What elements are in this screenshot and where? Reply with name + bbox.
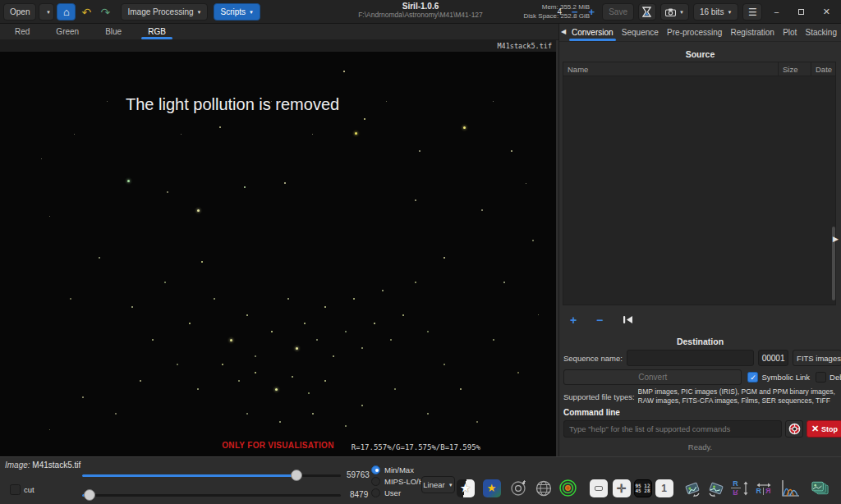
half-star-icon: ★: [457, 479, 475, 497]
slider-handle[interactable]: [291, 470, 302, 481]
add-files-button[interactable]: +: [566, 311, 581, 328]
tab-pre-processing[interactable]: Pre-processing: [664, 24, 724, 41]
stop-button[interactable]: ✕ Stop: [807, 420, 841, 438]
star: [244, 186, 246, 188]
home-button[interactable]: ⌂: [57, 3, 76, 21]
column-date[interactable]: Date: [811, 62, 835, 76]
star: [312, 134, 313, 135]
image-stack-icon: [810, 479, 830, 498]
open-button[interactable]: Open: [3, 3, 36, 21]
tab-sequence[interactable]: Sequence: [619, 24, 661, 41]
star: [427, 413, 429, 415]
unchecked-checkbox-icon: [816, 372, 826, 383]
image-processing-button[interactable]: Image Processing▼: [121, 3, 208, 21]
remove-files-button[interactable]: −: [592, 311, 607, 328]
slider-handle[interactable]: [84, 489, 95, 501]
rotate-right-button[interactable]: [705, 478, 726, 498]
tab-red[interactable]: Red: [2, 24, 43, 39]
panel-expander-icon[interactable]: ▶: [833, 235, 839, 243]
debayer-checkbox[interactable]: Debayer: [816, 372, 841, 383]
radio-minmax[interactable]: Min/Max: [371, 464, 426, 475]
star: [127, 180, 130, 182]
pixel-values-button[interactable]: 95 1245 28: [632, 478, 653, 498]
display-mode-dropdown[interactable]: Linear ▼: [421, 476, 455, 493]
star: [333, 355, 334, 357]
star: [246, 413, 248, 415]
tab-conversion[interactable]: Conversion: [569, 24, 616, 41]
cut-checkbox[interactable]: cut: [10, 484, 34, 495]
flip-horizontal-button[interactable]: RR: [753, 478, 774, 498]
tab-scroll-left-icon[interactable]: ◀: [561, 28, 566, 35]
tab-rgb[interactable]: RGB: [135, 24, 179, 39]
radio-user[interactable]: User: [371, 487, 426, 498]
star: [353, 298, 355, 300]
radio-mips[interactable]: MIPS-LO/HI: [371, 475, 426, 487]
convert-button[interactable]: Convert: [563, 369, 742, 385]
tab-blue[interactable]: Blue: [92, 24, 135, 39]
sequence-counter-input[interactable]: [758, 350, 788, 366]
close-button[interactable]: ✕: [816, 3, 838, 21]
maximize-button[interactable]: [791, 3, 811, 21]
zoom-out-button[interactable]: −: [568, 6, 581, 18]
star: [296, 347, 298, 350]
flip-vertical-button[interactable]: RR: [729, 478, 750, 498]
photometry-button[interactable]: [558, 478, 578, 498]
flip-vertical-icon: [742, 480, 749, 497]
zoom-in-button[interactable]: +: [586, 6, 599, 18]
snapshot-button[interactable]: ▼: [660, 3, 689, 21]
output-format-dropdown[interactable]: FITS images ▼: [793, 350, 841, 366]
source-file-table[interactable]: Name Size Date: [563, 62, 836, 305]
star: [324, 380, 326, 382]
zoom-value: 4: [554, 7, 564, 16]
chevron-down-icon: ▼: [727, 10, 732, 15]
histogram-button[interactable]: [780, 478, 801, 498]
star: [386, 101, 387, 102]
radio-icon: [371, 488, 380, 497]
column-name[interactable]: Name: [563, 62, 778, 76]
tab-plot[interactable]: Plot: [780, 24, 799, 41]
save-button[interactable]: Save: [602, 3, 634, 21]
sequence-name-input[interactable]: [627, 350, 754, 366]
star: [511, 150, 512, 152]
open-dropdown-button[interactable]: ▼: [39, 3, 54, 21]
negative-view-button[interactable]: [588, 478, 609, 498]
source-section-title: Source: [559, 49, 841, 59]
background-extraction-button[interactable]: ★: [455, 478, 476, 498]
tab-registration[interactable]: Registration: [728, 24, 777, 41]
command-help-button[interactable]: [785, 420, 803, 438]
high-threshold-slider[interactable]: [82, 470, 341, 481]
star: [115, 413, 117, 415]
swap-buffers-button[interactable]: [638, 3, 656, 21]
rotate-left-button[interactable]: [682, 478, 702, 498]
low-threshold-slider[interactable]: [82, 489, 341, 501]
scripts-button[interactable]: Scripts▼: [214, 3, 260, 21]
undo-button[interactable]: ↶: [78, 3, 94, 21]
slider-track: [82, 494, 341, 497]
deconvolution-button[interactable]: [508, 478, 528, 498]
radio-mips-label: MIPS-LO/HI: [384, 477, 426, 486]
bit-depth-dropdown[interactable]: 16 bits▼: [693, 3, 738, 21]
star: [292, 376, 293, 378]
starfield-canvas[interactable]: The light pollution is removed ONLY FOR …: [0, 52, 556, 456]
star: [152, 339, 154, 341]
minimize-button[interactable]: −: [766, 3, 786, 21]
star-detection-button[interactable]: ★: [481, 478, 502, 498]
tab-stacking[interactable]: Stacking: [803, 24, 839, 41]
color-mapping-button[interactable]: ✛: [611, 478, 632, 498]
star: [177, 364, 178, 365]
undo-icon: ↶: [82, 6, 92, 19]
hamburger-menu-button[interactable]: ☰: [742, 3, 762, 21]
symbolic-link-checkbox[interactable]: ✓ Symbolic Link: [747, 372, 810, 383]
star: [49, 429, 50, 430]
current-image-label: Image: M41stack5.tif: [5, 460, 80, 470]
clear-list-button[interactable]: [618, 311, 638, 328]
image-sequence-button[interactable]: [810, 478, 830, 498]
redo-button[interactable]: ↷: [97, 3, 113, 21]
globe-icon: [535, 479, 553, 497]
command-line-input[interactable]: [563, 420, 782, 438]
first-frame-button[interactable]: 1: [654, 478, 674, 498]
tab-green[interactable]: Green: [43, 24, 92, 39]
window-title-block: Siril-1.0.6 F:\Andrnomda\Astronomy\M41\M…: [297, 2, 544, 19]
astrometry-button[interactable]: [533, 478, 554, 498]
column-size[interactable]: Size: [778, 62, 811, 76]
